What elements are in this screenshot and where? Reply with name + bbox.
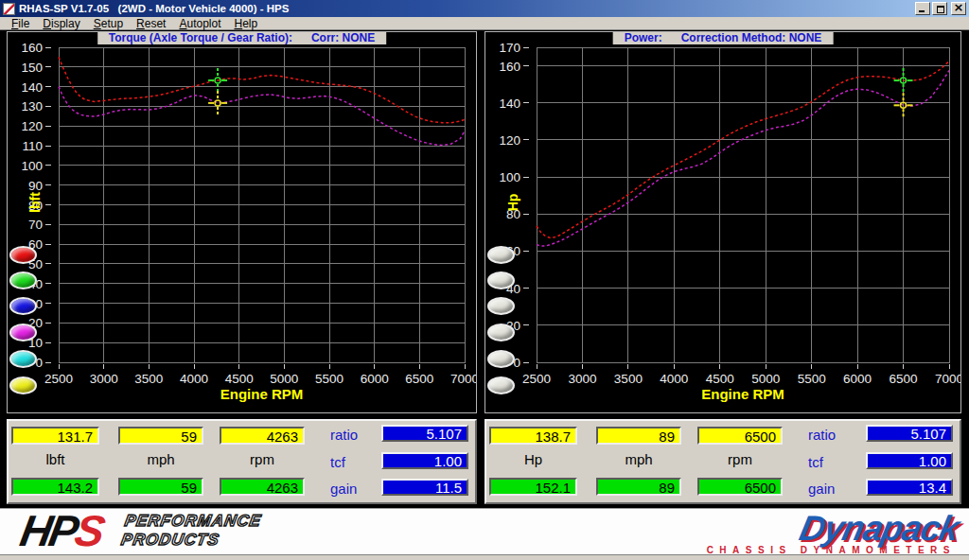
run-indicator-button-blank-2[interactable] <box>487 271 515 289</box>
power-chart-panel: Power: Correction Method: NONE 170160140… <box>484 31 961 413</box>
green-rpm-field: 4263 <box>220 478 305 496</box>
restore-button[interactable] <box>932 2 947 15</box>
svg-text:3000: 3000 <box>90 372 118 386</box>
yellow-rpm-field: 4263 <box>220 427 305 445</box>
green-Hp-field: 152.1 <box>489 478 577 496</box>
menu-file[interactable]: File <box>5 17 36 30</box>
run-color-button-blue[interactable] <box>9 297 37 315</box>
close-button[interactable] <box>951 2 966 15</box>
run-indicator-button-blank-4[interactable] <box>487 324 515 341</box>
gain-field: 13.4 <box>866 479 953 496</box>
window-title: RHAS-SP V1.7-05 (2WD - Motor Vehicle 400… <box>19 3 915 14</box>
torque-chart-panel: Torque (Axle Torque / Gear Ratio): Corr:… <box>7 31 477 413</box>
yellow-cursor[interactable] <box>208 91 227 115</box>
svg-text:160: 160 <box>21 41 43 55</box>
hps-logo: HPS PERFORMANCE PRODUCTS <box>21 510 259 551</box>
torque-chart: 1601501401301201101009080706050403020100… <box>8 32 476 412</box>
hps-logo-text: HPS <box>17 510 105 551</box>
torque-chart-title: Torque (Axle Torque / Gear Ratio): Corr:… <box>97 32 387 44</box>
power-chart-title: Power: Correction Method: NONE <box>613 32 834 44</box>
menu-help[interactable]: Help <box>228 17 265 30</box>
torque-readout-panel: 131.7lbft143.259mph594263rpm4263ratio5.1… <box>7 419 477 504</box>
run-color-button-red[interactable] <box>9 246 37 264</box>
svg-text:140: 140 <box>21 80 43 95</box>
svg-text:170: 170 <box>499 41 520 55</box>
window-controls <box>915 2 966 15</box>
svg-text:90: 90 <box>28 179 43 193</box>
ratio-label: ratio <box>330 427 379 444</box>
run-indicator-button-blank-6[interactable] <box>487 376 515 394</box>
svg-text:5000: 5000 <box>270 372 298 386</box>
menu-bar: FileDisplaySetupResetAutoplotHelp <box>0 17 969 30</box>
green-lbft-field: 143.2 <box>11 478 99 496</box>
run-color-button-magenta[interactable] <box>9 324 37 341</box>
gain-label: gain <box>330 481 379 498</box>
run-indicator-button-blank-5[interactable] <box>487 350 515 368</box>
main-area: Torque (Axle Torque / Gear Ratio): Corr:… <box>0 30 969 560</box>
svg-text:130: 130 <box>21 99 43 114</box>
window-bottom-edge <box>0 554 969 560</box>
mph-unit-label: mph <box>118 451 203 468</box>
app-icon <box>3 3 15 15</box>
x-axis-title: Engine RPM <box>701 386 784 402</box>
svg-text:4500: 4500 <box>225 372 254 386</box>
minimize-button[interactable] <box>915 2 930 15</box>
run-red-power <box>537 61 949 238</box>
green-mph-field: 59 <box>118 478 203 496</box>
svg-text:3500: 3500 <box>134 372 163 386</box>
svg-text:160: 160 <box>499 60 520 74</box>
run-color-button-yellow[interactable] <box>9 376 37 394</box>
svg-text:110: 110 <box>22 139 43 153</box>
tcf-field: 1.00 <box>866 452 953 469</box>
svg-text:150: 150 <box>21 61 43 75</box>
svg-text:5000: 5000 <box>751 372 780 386</box>
gain-label: gain <box>808 481 857 498</box>
title-bar[interactable]: RHAS-SP V1.7-05 (2WD - Motor Vehicle 400… <box>0 0 969 17</box>
run-indicator-button-blank-1[interactable] <box>487 246 515 264</box>
svg-text:6500: 6500 <box>890 372 918 386</box>
lbft-unit-label: lbft <box>11 451 99 468</box>
gain-field: 11.5 <box>381 479 468 496</box>
green-mph-field: 89 <box>596 478 681 496</box>
svg-text:2500: 2500 <box>44 372 73 386</box>
yellow-Hp-field: 138.7 <box>489 427 577 445</box>
svg-text:7000: 7000 <box>935 372 960 386</box>
run-color-button-green[interactable] <box>9 271 37 289</box>
run-color-button-cyan[interactable] <box>9 350 37 368</box>
x-axis-title: Engine RPM <box>220 386 304 402</box>
dynapack-logo: Dynapack CHASSIS DYNAMOMETERS <box>707 513 958 555</box>
menu-display[interactable]: Display <box>36 17 86 30</box>
svg-text:120: 120 <box>499 133 520 148</box>
menu-autoplot[interactable]: Autoplot <box>172 17 227 30</box>
svg-text:7000: 7000 <box>450 372 476 386</box>
ratio-label: ratio <box>808 427 857 444</box>
svg-text:6000: 6000 <box>361 372 389 386</box>
mph-unit-label: mph <box>596 451 681 468</box>
run-indicator-button-blank-3[interactable] <box>487 297 515 315</box>
y-axis-title: Hp <box>505 194 520 212</box>
menu-setup[interactable]: Setup <box>87 17 130 30</box>
yellow-rpm-field: 6500 <box>697 427 783 445</box>
ratio-field: 5.107 <box>866 425 953 442</box>
app-window: RHAS-SP V1.7-05 (2WD - Motor Vehicle 400… <box>0 0 969 560</box>
svg-text:100: 100 <box>21 159 43 173</box>
svg-text:4000: 4000 <box>660 372 688 386</box>
svg-text:6500: 6500 <box>405 372 433 386</box>
svg-text:4500: 4500 <box>706 372 734 386</box>
power-chart: 1701601401201008060402002500300035004000… <box>485 32 960 412</box>
svg-text:5500: 5500 <box>315 372 344 386</box>
run-magenta-power <box>537 71 949 247</box>
menu-reset[interactable]: Reset <box>130 17 172 30</box>
tcf-field: 1.00 <box>381 452 468 469</box>
yellow-mph-field: 89 <box>596 427 681 445</box>
Hp-unit-label: Hp <box>489 451 577 468</box>
svg-text:5500: 5500 <box>798 372 826 386</box>
svg-text:3000: 3000 <box>568 372 596 386</box>
ratio-field: 5.107 <box>381 425 468 442</box>
svg-text:3500: 3500 <box>614 372 643 386</box>
yellow-mph-field: 59 <box>118 427 203 445</box>
tcf-label: tcf <box>808 454 857 471</box>
dynapack-logo-text: Dynapack <box>703 513 961 545</box>
power-readout-panel: 138.7Hp152.189mph896500rpm6500ratio5.107… <box>484 419 961 504</box>
svg-text:100: 100 <box>499 170 520 184</box>
